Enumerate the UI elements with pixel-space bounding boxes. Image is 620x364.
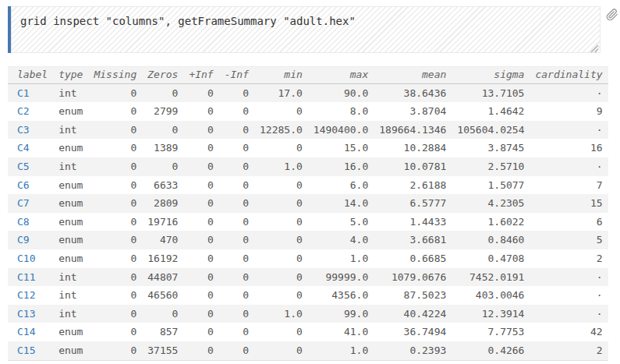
- cell-cardinality: 15: [530, 194, 608, 213]
- column-label-link[interactable]: C4: [17, 142, 30, 154]
- cell-min: 0: [254, 139, 308, 157]
- cell-plus-inf: 0: [183, 139, 218, 157]
- cell-min: 0: [254, 102, 308, 121]
- cell-zeros: 19716: [142, 213, 183, 231]
- cell-max: 99999.0: [308, 268, 374, 287]
- cell-minus-inf: 0: [219, 231, 254, 249]
- column-label-link[interactable]: C15: [17, 345, 35, 356]
- cell-missing: 0: [88, 121, 142, 140]
- cell-sigma: 3.8745: [452, 139, 530, 157]
- column-label-link[interactable]: C5: [17, 161, 30, 172]
- column-label-link[interactable]: C1: [17, 87, 30, 99]
- cell-min: 0: [254, 268, 308, 287]
- cell-mean: 1.4433: [374, 213, 452, 231]
- column-header-plus-inf: +Inf: [183, 67, 218, 84]
- table-row: C15enum0371550001.00.23930.42662: [8, 341, 608, 360]
- cell-type: enum: [53, 249, 88, 268]
- column-label-link[interactable]: C10: [17, 253, 35, 264]
- cell-sigma: 4.2305: [452, 194, 530, 213]
- column-label-link[interactable]: C13: [17, 308, 35, 320]
- cell-mean: 6.5777: [374, 194, 452, 213]
- cell-cardinality: ·: [530, 121, 608, 140]
- cell-min: 1.0: [254, 157, 308, 176]
- cell-zeros: 6633: [142, 176, 183, 195]
- cell-minus-inf: 0: [219, 341, 254, 360]
- column-label-link[interactable]: C2: [17, 105, 30, 117]
- cell-max: 14.0: [308, 194, 374, 213]
- cell-cardinality: 42: [530, 323, 608, 341]
- column-label-link[interactable]: C9: [17, 234, 30, 246]
- column-header-label: label: [8, 67, 53, 84]
- cell-plus-inf: 0: [183, 102, 218, 121]
- cell-type: int: [53, 286, 88, 305]
- frame-summary-table: labeltypeMissingZeros+Inf-Infminmaxmeans…: [8, 66, 608, 361]
- cell-label: C13: [8, 305, 53, 323]
- cell-max: 8.0: [308, 102, 374, 121]
- cell-minus-inf: 0: [219, 323, 254, 341]
- column-label-link[interactable]: C8: [17, 216, 30, 228]
- table-row: C6enum066330006.02.61881.50777: [8, 176, 608, 195]
- cell-minus-inf: 0: [219, 286, 254, 305]
- cell-missing: 0: [88, 323, 142, 341]
- cell-type: int: [53, 157, 88, 176]
- table-row: C9enum04700004.03.66810.84605: [8, 231, 608, 249]
- cell-min: 17.0: [254, 83, 308, 102]
- cell-label: C3: [8, 121, 53, 140]
- cell-minus-inf: 0: [219, 249, 254, 268]
- cell-type: int: [53, 305, 88, 323]
- cell-sigma: 1.5077: [452, 176, 530, 195]
- column-label-link[interactable]: C6: [17, 179, 30, 191]
- cell-min: 0: [254, 323, 308, 341]
- cell-plus-inf: 0: [183, 286, 218, 305]
- cell-zeros: 44807: [142, 268, 183, 287]
- cell-sigma: 12.3914: [452, 305, 530, 323]
- column-label-link[interactable]: C12: [17, 289, 35, 301]
- table-row: C2enum027990008.03.87041.46429: [8, 102, 608, 121]
- cell-mean: 10.0781: [374, 157, 452, 176]
- table-row: C10enum0161920001.00.66850.47082: [8, 249, 608, 268]
- column-header-mean: mean: [374, 67, 452, 84]
- cell-max: 16.0: [308, 157, 374, 176]
- cell-max: 4356.0: [308, 286, 374, 305]
- cell-max: 5.0: [308, 213, 374, 231]
- cell-mean: 38.6436: [374, 83, 452, 102]
- column-header-minus-inf: -Inf: [219, 67, 254, 84]
- cell-mean: 3.6681: [374, 231, 452, 249]
- cell-sigma: 403.0046: [452, 286, 530, 305]
- cell-zeros: 16192: [142, 249, 183, 268]
- resize-grip-icon[interactable]: [590, 42, 599, 51]
- column-header-zeros: Zeros: [142, 67, 183, 84]
- cell-label: C9: [8, 231, 53, 249]
- cell-cardinality: ·: [530, 83, 608, 102]
- cell-missing: 0: [88, 102, 142, 121]
- cell-zeros: 857: [142, 323, 183, 341]
- cell-type: int: [53, 83, 88, 102]
- table-row: C5int00001.016.010.07812.5710·: [8, 157, 608, 176]
- cell-sigma: 2.5710: [452, 157, 530, 176]
- cell-min: 0: [254, 176, 308, 195]
- cell-zeros: 2799: [142, 102, 183, 121]
- cell-type: enum: [53, 231, 88, 249]
- cell-sigma: 1.6022: [452, 213, 530, 231]
- column-label-link[interactable]: C7: [17, 197, 30, 209]
- column-label-link[interactable]: C14: [17, 326, 35, 337]
- cell-missing: 0: [88, 213, 142, 231]
- cell-min: 1.0: [254, 305, 308, 323]
- cell-min: 0: [254, 341, 308, 360]
- cell-max: 90.0: [308, 83, 374, 102]
- cell-max: 41.0: [308, 323, 374, 341]
- table-row: C12int0465600004356.087.5023403.0046·: [8, 286, 608, 305]
- cell-type: int: [53, 268, 88, 287]
- cell-zeros: 0: [142, 83, 183, 102]
- column-header-missing: Missing: [88, 67, 142, 84]
- code-input[interactable]: grid inspect "columns", getFrameSummary …: [11, 6, 601, 53]
- cell-minus-inf: 0: [219, 176, 254, 195]
- cell-plus-inf: 0: [183, 323, 218, 341]
- column-label-link[interactable]: C11: [17, 271, 35, 283]
- column-label-link[interactable]: C3: [17, 124, 30, 136]
- cell-mean: 10.2884: [374, 139, 452, 157]
- cell-minus-inf: 0: [219, 213, 254, 231]
- cell-plus-inf: 0: [183, 176, 218, 195]
- cell-label: C15: [8, 341, 53, 360]
- cell-type: enum: [53, 323, 88, 341]
